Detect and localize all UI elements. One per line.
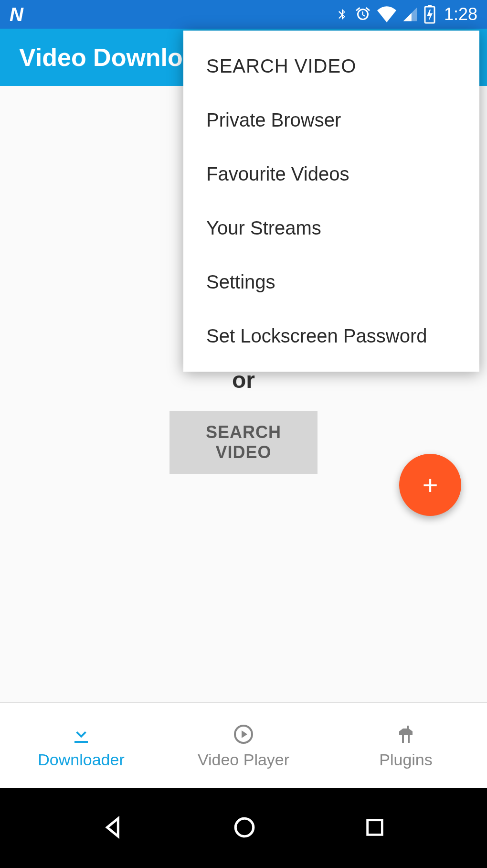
svg-rect-4 <box>367 820 382 835</box>
plus-icon: + <box>423 470 438 501</box>
recent-apps-button[interactable] <box>364 816 386 840</box>
download-icon <box>70 723 93 746</box>
nav-label: Plugins <box>379 750 433 769</box>
back-button[interactable] <box>101 815 125 841</box>
play-circle-icon <box>232 723 255 746</box>
overflow-menu: SEARCH VIDEO Private Browser Favourite V… <box>183 31 479 372</box>
nav-plugins[interactable]: Plugins <box>325 703 487 788</box>
cell-signal-icon <box>402 6 418 22</box>
svg-point-3 <box>235 818 254 836</box>
menu-item-your-streams[interactable]: Your Streams <box>183 201 479 255</box>
menu-item-search-video[interactable]: SEARCH VIDEO <box>183 39 479 93</box>
battery-icon <box>424 5 435 24</box>
nav-downloader[interactable]: Downloader <box>0 703 162 788</box>
plugin-icon <box>394 723 417 746</box>
n-logo-icon: N <box>10 4 22 25</box>
status-clock: 1:28 <box>444 4 477 24</box>
menu-item-settings[interactable]: Settings <box>183 255 479 309</box>
wifi-icon <box>377 6 396 22</box>
system-nav-bar <box>0 788 487 868</box>
menu-item-lockscreen-password[interactable]: Set Lockscreen Password <box>183 309 479 363</box>
home-button[interactable] <box>233 815 256 841</box>
status-bar: N 1:28 <box>0 0 487 29</box>
svg-rect-1 <box>428 5 432 7</box>
search-video-button[interactable]: SEARCH VIDEO <box>169 411 318 474</box>
app-title: Video Downlo <box>19 43 183 72</box>
menu-item-favourite-videos[interactable]: Favourite Videos <box>183 147 479 201</box>
nav-video-player[interactable]: Video Player <box>162 703 325 788</box>
bluetooth-icon <box>335 5 349 24</box>
add-fab-button[interactable]: + <box>399 454 461 516</box>
bottom-nav: Downloader Video Player Plugins <box>0 702 487 788</box>
menu-item-private-browser[interactable]: Private Browser <box>183 93 479 147</box>
alarm-icon <box>354 6 371 23</box>
nav-label: Downloader <box>38 750 124 769</box>
nav-label: Video Player <box>198 750 289 769</box>
